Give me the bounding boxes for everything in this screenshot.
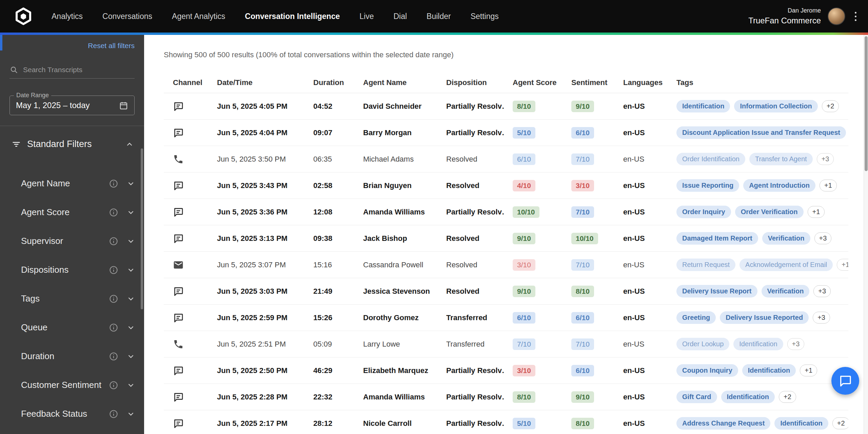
filter-item-feedback-status[interactable]: Feedback Status (0, 399, 144, 428)
info-icon[interactable] (109, 294, 118, 304)
tag-pill-information-collection[interactable]: Information Collection (734, 100, 817, 112)
tag-pill-greeting[interactable]: Greeting (676, 311, 716, 324)
tag-pill-order-inquiry[interactable]: Order Inquiry (676, 206, 731, 218)
more-tags-badge[interactable]: +3 (813, 312, 830, 324)
page-scrollbar[interactable] (864, 35, 868, 434)
table-row[interactable]: Jun 5, 2025 3:43 PM 02:58 Brian Nguyen R… (164, 172, 848, 199)
more-tags-badge[interactable]: +1 (800, 365, 817, 376)
filter-item-customer-sentiment[interactable]: Customer Sentiment (0, 371, 144, 399)
tag-pill-delivery-issue-report[interactable]: Delivery Issue Report (676, 285, 757, 297)
tag-pill-verification[interactable]: Verification (762, 285, 810, 297)
filter-item-supervisor[interactable]: Supervisor (0, 227, 144, 255)
tag-pill-identification[interactable]: Identification (721, 391, 775, 403)
tag-pill-return-request[interactable]: Return Request (676, 259, 735, 271)
table-row[interactable]: Jun 5, 2025 2:51 PM 05:09 Larry Lowe Tra… (164, 331, 848, 357)
nav-item-analytics[interactable]: Analytics (52, 12, 83, 21)
tag-pill-gift-card[interactable]: Gift Card (676, 391, 717, 403)
tag-pill-agent-introduction[interactable]: Agent Introduction (743, 179, 815, 192)
nav-item-conversation-intelligence[interactable]: Conversation Intelligence (245, 12, 340, 21)
chevron-down-icon[interactable] (126, 208, 135, 217)
tag-pill-issue-reporting[interactable]: Issue Reporting (676, 179, 739, 192)
calendar-icon[interactable] (119, 101, 128, 110)
column-header-sentiment[interactable]: Sentiment (563, 78, 615, 87)
more-tags-badge[interactable]: +3 (813, 285, 831, 297)
chevron-up-icon[interactable] (125, 140, 134, 149)
more-tags-badge[interactable]: +3 (814, 232, 832, 244)
tag-pill-identification[interactable]: Identification (733, 338, 783, 350)
column-header-duration[interactable]: Duration (305, 78, 355, 87)
tag-pill-identification[interactable]: Identification (742, 364, 796, 377)
tag-pill-transfer-to-agent[interactable]: Transfer to Agent (749, 153, 813, 165)
filter-item-tags[interactable]: Tags (0, 284, 144, 313)
nav-item-settings[interactable]: Settings (471, 12, 499, 21)
search-input[interactable] (23, 66, 135, 74)
standard-filters-header[interactable]: Standard Filters (0, 126, 144, 149)
nav-item-agent-analytics[interactable]: Agent Analytics (172, 12, 225, 21)
filter-item-duration[interactable]: Duration (0, 342, 144, 371)
chevron-down-icon[interactable] (126, 352, 135, 361)
chevron-down-icon[interactable] (126, 381, 135, 390)
more-tags-badge[interactable]: +2 (832, 417, 848, 429)
info-icon[interactable] (109, 208, 118, 217)
tag-pill-order-identification[interactable]: Order Identification (676, 153, 745, 165)
info-icon[interactable] (109, 265, 118, 275)
avatar[interactable] (828, 7, 845, 25)
nav-item-live[interactable]: Live (359, 12, 374, 21)
tag-pill-coupon-inquiry[interactable]: Coupon Inquiry (676, 364, 738, 377)
nav-item-dial[interactable]: Dial (393, 12, 407, 21)
more-tags-badge[interactable]: +2 (822, 100, 839, 112)
date-range-picker[interactable]: Date Range May 1, 2025 – today (9, 96, 135, 115)
tag-pill-damaged-item-report[interactable]: Damaged Item Report (676, 232, 758, 245)
table-row[interactable]: Jun 5, 2025 3:13 PM 09:38 Jack Bishop Re… (164, 225, 848, 252)
nav-item-conversations[interactable]: Conversations (102, 12, 152, 21)
tag-pill-discount-application-issue-and-transfer-request[interactable]: Discount Application Issue and Transfer … (676, 126, 846, 139)
chevron-down-icon[interactable] (126, 266, 135, 274)
tag-pill-address-change-request[interactable]: Address Change Request (676, 417, 770, 430)
table-row[interactable]: Jun 5, 2025 3:07 PM 15:16 Cassandra Powe… (164, 252, 848, 278)
more-tags-badge[interactable]: +1 (808, 206, 825, 218)
column-header-date-time[interactable]: Date/Time (209, 78, 305, 87)
table-row[interactable]: Jun 5, 2025 4:04 PM 09:07 Barry Morgan P… (164, 120, 848, 146)
chevron-down-icon[interactable] (126, 237, 135, 246)
column-header-languages[interactable]: Languages (615, 78, 668, 87)
more-tags-badge[interactable]: +3 (817, 153, 834, 165)
chevron-down-icon[interactable] (126, 410, 135, 418)
overflow-menu-icon[interactable] (852, 10, 859, 23)
chevron-down-icon[interactable] (126, 323, 135, 332)
user-info[interactable]: Dan Jerome TrueFan Commerce (748, 7, 821, 25)
tag-pill-identification[interactable]: Identification (774, 417, 828, 430)
info-icon[interactable] (109, 236, 118, 246)
chat-fab[interactable] (831, 367, 859, 395)
table-row[interactable]: Jun 5, 2025 2:59 PM 15:26 Dorothy Gomez … (164, 305, 848, 331)
tag-pill-identification[interactable]: Identification (676, 100, 730, 112)
info-icon[interactable] (109, 179, 118, 188)
info-icon[interactable] (109, 380, 118, 390)
filter-item-agent-name[interactable]: Agent Name (0, 169, 144, 198)
chevron-down-icon[interactable] (126, 294, 135, 303)
tag-pill-order-lookup[interactable]: Order Lookup (676, 338, 729, 350)
info-icon[interactable] (109, 323, 118, 332)
chevron-down-icon[interactable] (126, 179, 135, 188)
reset-filters-link[interactable]: Reset all filters (88, 42, 135, 49)
table-row[interactable]: Jun 5, 2025 2:28 PM 22:32 Amanda William… (164, 384, 848, 410)
table-row[interactable]: Jun 5, 2025 2:50 PM 46:29 Elizabeth Marq… (164, 357, 848, 384)
app-logo-icon[interactable] (14, 6, 33, 26)
filter-item-agent-score[interactable]: Agent Score (0, 198, 144, 227)
column-header-agent-name[interactable]: Agent Name (355, 78, 438, 87)
filter-item-dispositions[interactable]: Dispositions (0, 255, 144, 284)
table-row[interactable]: Jun 5, 2025 3:36 PM 12:08 Amanda William… (164, 199, 848, 225)
column-header-channel[interactable]: Channel (164, 78, 209, 87)
column-header-tags[interactable]: Tags (668, 78, 848, 87)
table-row[interactable]: Jun 5, 2025 3:03 PM 21:49 Jessica Steven… (164, 278, 848, 305)
page-scrollbar-thumb[interactable] (865, 36, 868, 171)
tag-pill-acknowledgement-of-email[interactable]: Acknowledgement of Email (739, 259, 833, 271)
info-icon[interactable] (109, 409, 118, 419)
more-tags-badge[interactable]: +1 (820, 180, 837, 191)
more-tags-badge[interactable]: +2 (779, 391, 796, 403)
table-row[interactable]: Jun 5, 2025 4:05 PM 04:52 David Schneide… (164, 93, 848, 120)
sidebar-scrollbar[interactable] (141, 148, 143, 309)
column-header-agent-score[interactable]: Agent Score (505, 78, 563, 87)
tag-pill-delivery-issue-reported[interactable]: Delivery Issue Reported (720, 311, 809, 324)
table-row[interactable]: Jun 5, 2025 3:50 PM 06:35 Michael Adams … (164, 146, 848, 172)
tag-pill-verification[interactable]: Verification (762, 232, 810, 245)
